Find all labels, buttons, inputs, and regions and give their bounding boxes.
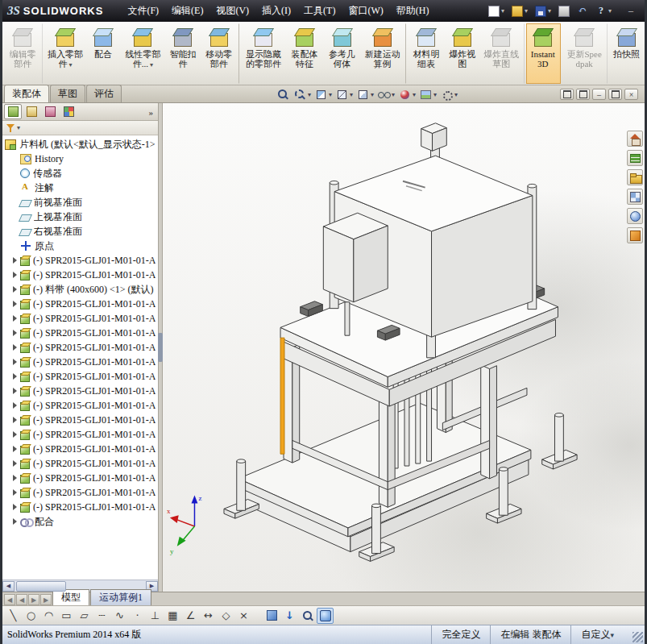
tree-item[interactable]: (-) SPR2015-GLJ01-M01-01-A	[11, 442, 158, 456]
window-control[interactable]: ×	[624, 89, 638, 100]
tab-scroll-button[interactable]: ◀	[16, 594, 27, 605]
ribbon-button[interactable]: 爆炸直线草图	[479, 23, 525, 84]
manager-tab[interactable]	[4, 104, 22, 119]
document-tab[interactable]: 运动算例1	[90, 589, 151, 605]
sketch-tool-button[interactable]: ×	[235, 608, 252, 624]
tree-item[interactable]: 配合	[11, 514, 158, 529]
tree-item[interactable]: (-) SPR2015-GLJ01-M01-01-A	[11, 384, 158, 398]
expand-arrow-icon[interactable]	[11, 504, 20, 510]
sketch-tool-button[interactable]	[317, 608, 334, 624]
quick-toolbar-button[interactable]	[486, 4, 507, 19]
sketch-tool-button[interactable]: ▭	[58, 608, 75, 624]
tree-item[interactable]: History	[11, 152, 158, 166]
expand-arrow-icon[interactable]	[11, 257, 20, 264]
ribbon-button[interactable]: 装配体特征	[286, 23, 323, 84]
tab-scroll-button[interactable]: ◀	[4, 594, 15, 605]
filter-caret-icon[interactable]: ▾	[17, 124, 20, 131]
menu-item[interactable]: 帮助(H)	[390, 2, 436, 20]
tree-item[interactable]: (-) SPR2015-GLJ01-M01-01-A	[11, 268, 158, 282]
view-toolbar-button[interactable]	[334, 89, 355, 101]
sketch-tool-button[interactable]: ↔	[200, 608, 217, 624]
tree-item[interactable]: (-) SPR2015-GLJ01-M01-01-A	[11, 311, 158, 326]
view-toolbar-button[interactable]	[313, 89, 334, 101]
expand-arrow-icon[interactable]	[11, 489, 20, 496]
tree-item[interactable]: (-) SPR2015-GLJ01-M01-01-A	[11, 500, 158, 514]
sketch-tool-button[interactable]: ▱	[76, 608, 93, 624]
manager-tab[interactable]	[60, 104, 77, 119]
sketch-tool-button[interactable]: ◠	[40, 608, 57, 624]
tree-item[interactable]: (-) SPR2015-GLJ01-M01-01-A	[11, 253, 158, 268]
expand-arrow-icon[interactable]	[11, 388, 20, 394]
expand-arrow-icon[interactable]	[11, 301, 20, 307]
window-control[interactable]: –	[592, 89, 606, 100]
assembly-3d-model[interactable]: z x y	[163, 103, 645, 592]
sketch-tool-button[interactable]	[263, 608, 280, 624]
ribbon-button[interactable]: 参考几何体	[323, 23, 360, 84]
scrollbar-track[interactable]	[15, 581, 146, 592]
tree-item[interactable]: 前视基准面	[11, 195, 158, 210]
view-toolbar-button[interactable]	[355, 89, 375, 101]
tree-item[interactable]: (-) SPR2015-GLJ01-M01-01-A	[11, 485, 158, 500]
expand-arrow-icon[interactable]	[11, 518, 20, 525]
sketch-tool-button[interactable]: ⊥	[147, 608, 164, 624]
window-control[interactable]	[560, 89, 574, 100]
expand-arrow-icon[interactable]	[11, 460, 20, 467]
sketch-tool-button[interactable]: ·	[129, 608, 146, 624]
tree-item[interactable]: (-) SPR2015-GLJ01-M01-01-A	[11, 398, 158, 413]
appearances-icon[interactable]	[627, 208, 643, 224]
expand-arrow-icon[interactable]	[11, 417, 20, 423]
ribbon-button[interactable]: 爆炸视图	[445, 23, 479, 84]
view-palette-icon[interactable]	[627, 189, 643, 205]
ribbon-button[interactable]: 移动零部件	[200, 23, 238, 84]
expand-arrow-icon[interactable]	[11, 446, 20, 452]
filter-icon[interactable]	[6, 123, 15, 133]
sketch-tool-button[interactable]: ∠	[182, 608, 199, 624]
tab-scroll-button[interactable]: ▶	[28, 594, 39, 605]
sketch-tool-button[interactable]: ╲	[5, 608, 22, 624]
tree-item[interactable]: (-) SPR2015-GLJ01-M01-01-A	[11, 340, 158, 355]
tree-horizontal-scrollbar[interactable]: ◀ ▶	[2, 580, 158, 592]
ribbon-button[interactable]: 线性零部件...	[120, 23, 165, 84]
view-toolbar-button[interactable]	[417, 89, 438, 101]
ribbon-button[interactable]: 更新Speedpak	[562, 23, 608, 84]
expand-arrow-icon[interactable]	[11, 344, 20, 351]
menu-item[interactable]: 窗口(W)	[342, 2, 389, 20]
status-custom-dropdown[interactable]: 自定义	[570, 625, 624, 644]
ribbon-button[interactable]: Instant3D	[526, 23, 561, 84]
menu-item[interactable]: 视图(V)	[209, 2, 255, 20]
quick-toolbar-button[interactable]	[509, 4, 530, 19]
scrollbar-thumb[interactable]	[16, 581, 66, 592]
tree-item[interactable]: 传感器	[11, 166, 158, 181]
tree-item[interactable]: 原点	[11, 239, 158, 253]
tree-item[interactable]: (-) SPR2015-GLJ01-M01-01-A	[11, 427, 158, 442]
expand-arrow-icon[interactable]	[11, 475, 20, 481]
quick-toolbar-button[interactable]	[574, 4, 591, 19]
sketch-tool-button[interactable]: ▦	[164, 608, 181, 624]
sketch-tool-button[interactable]: ∿	[111, 608, 128, 624]
view-toolbar-button[interactable]	[275, 89, 292, 101]
menu-item[interactable]: 插入(I)	[255, 2, 297, 20]
tree-item[interactable]: 上视基准面	[11, 210, 158, 224]
quick-toolbar-button[interactable]	[533, 4, 554, 19]
view-toolbar-button[interactable]	[438, 89, 459, 101]
window-control[interactable]	[608, 89, 622, 100]
tree-item[interactable]: 右视基准面	[11, 224, 158, 239]
tree-item[interactable]: (-) SPR2015-GLJ01-M01-01-A	[11, 471, 158, 485]
menu-item[interactable]: 编辑(E)	[165, 2, 209, 20]
sketch-tool-button[interactable]: ┄	[93, 608, 110, 624]
sketch-tool-button[interactable]: ◇	[218, 608, 234, 624]
view-toolbar-button[interactable]	[375, 89, 396, 101]
expand-arrow-icon[interactable]	[11, 272, 20, 278]
sketch-tool-button[interactable]	[299, 608, 316, 624]
command-tab[interactable]: 评估	[86, 85, 122, 102]
sketch-tool-button[interactable]: ↓	[281, 608, 298, 624]
ribbon-button[interactable]: 显示隐藏的零部件	[241, 23, 286, 84]
tree-item[interactable]: (-) SPR2015-GLJ01-M01-01-A	[11, 355, 158, 369]
panel-overflow-icon[interactable]: »	[146, 107, 157, 117]
view-toolbar-button[interactable]	[292, 89, 313, 101]
tree-root-item[interactable]: 片料机 (默认<默认_显示状态-1>	[5, 137, 158, 152]
tree-item[interactable]: (-) 料带 (400x600) <1> (默认)	[11, 282, 158, 297]
scroll-left-icon[interactable]: ◀	[2, 581, 15, 592]
quick-toolbar-button[interactable]	[556, 4, 572, 19]
ribbon-button[interactable]: 插入零部件	[44, 23, 85, 84]
